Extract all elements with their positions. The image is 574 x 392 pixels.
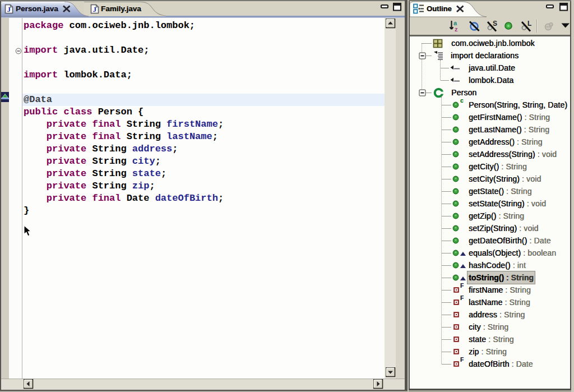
svg-text:z: z: [455, 26, 458, 33]
svg-text:L: L: [527, 20, 531, 27]
svg-text:S: S: [493, 20, 497, 27]
svg-text:J: J: [7, 5, 11, 13]
svg-text:J: J: [93, 5, 97, 13]
